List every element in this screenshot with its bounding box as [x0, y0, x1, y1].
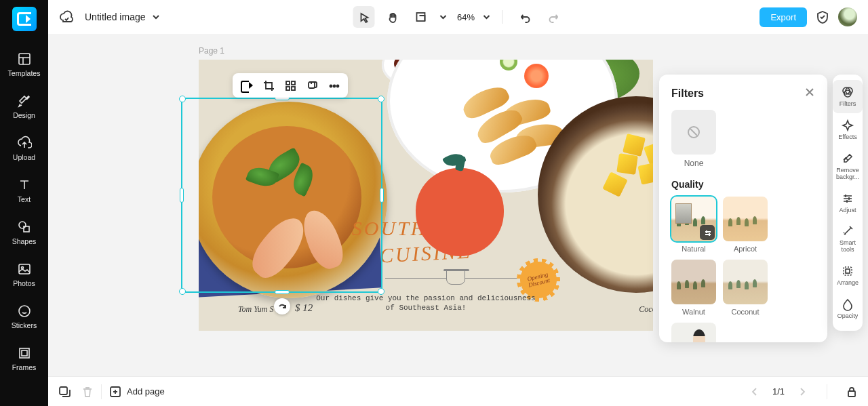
- add-page-icon: [108, 385, 122, 399]
- ctx-crop-button[interactable]: [258, 75, 279, 96]
- filter-light-skin[interactable]: Light Skin: [671, 323, 716, 342]
- delete-icon[interactable]: [81, 385, 94, 399]
- page-navigation: 1/1: [748, 384, 859, 399]
- filter-settings-button[interactable]: [700, 225, 715, 240]
- apple-sticker[interactable]: [416, 168, 504, 256]
- nav-frames-label: Frames: [12, 363, 37, 371]
- cloud-sync-icon[interactable]: [59, 9, 74, 24]
- nav-upload[interactable]: Upload: [0, 127, 48, 169]
- dish-label-coconut: Coconut: [639, 304, 653, 314]
- right-tool-smart[interactable]: Smart tools: [833, 219, 863, 259]
- app-logo[interactable]: [12, 7, 37, 31]
- right-tool-adjust[interactable]: Adjust: [833, 186, 863, 220]
- resize-handle-l[interactable]: [180, 188, 184, 203]
- top-right: Export: [760, 7, 857, 27]
- divider: [502, 10, 502, 24]
- resize-handle-tl[interactable]: [179, 96, 186, 102]
- prev-page-icon[interactable]: [748, 385, 762, 399]
- close-icon: [804, 87, 815, 98]
- effects-icon: [841, 119, 854, 132]
- ctx-copy-button[interactable]: [302, 75, 322, 96]
- undo-icon: [518, 11, 530, 23]
- nav-photos[interactable]: Photos: [0, 253, 48, 296]
- layers-icon[interactable]: [58, 385, 71, 399]
- nav-design-label: Design: [13, 111, 35, 119]
- svg-point-5: [19, 306, 30, 317]
- photos-icon: [17, 262, 32, 277]
- nav-text[interactable]: Text: [0, 169, 48, 211]
- adjust-icon: [841, 192, 854, 205]
- user-avatar[interactable]: [838, 7, 857, 26]
- resize-handle-br[interactable]: [378, 288, 384, 295]
- redo-icon: [547, 11, 559, 23]
- nav-stickers[interactable]: Stickers: [0, 296, 48, 338]
- filters-panel: Filters None Quality Natural Apricot Wal…: [659, 75, 827, 342]
- selection-box[interactable]: [181, 98, 382, 293]
- rotate-handle[interactable]: [274, 298, 290, 314]
- cursor-icon: [357, 11, 370, 23]
- close-filters-button[interactable]: [804, 87, 815, 100]
- undo-button[interactable]: [513, 6, 535, 28]
- nav-templates[interactable]: Templates: [0, 43, 48, 85]
- no-filter-icon: [687, 125, 701, 139]
- nav-shapes[interactable]: Shapes: [0, 211, 48, 253]
- filter-walnut[interactable]: Walnut: [671, 260, 716, 316]
- ctx-flip-button[interactable]: [280, 75, 300, 96]
- hand-icon: [386, 11, 398, 23]
- hand-tool[interactable]: [381, 6, 403, 28]
- nav-frames[interactable]: Frames: [0, 338, 48, 380]
- bottom-bar: Add page 1/1: [48, 376, 868, 406]
- filter-coconut-f[interactable]: Coconut: [723, 260, 768, 316]
- nav-design[interactable]: Design: [0, 85, 48, 127]
- filter-none[interactable]: [671, 110, 716, 155]
- zoom-level[interactable]: 64%: [457, 12, 475, 22]
- text-icon: [17, 178, 32, 192]
- filter-apricot[interactable]: Apricot: [723, 197, 768, 253]
- add-page-button[interactable]: Add page: [108, 385, 165, 399]
- ctx-capcut-button[interactable]: [237, 75, 257, 96]
- crop-resize-tool[interactable]: [410, 6, 431, 28]
- ctx-more-button[interactable]: [323, 75, 344, 96]
- right-tool-effects[interactable]: Effects: [833, 113, 863, 146]
- remove-bg-icon: [841, 152, 854, 165]
- svg-rect-23: [60, 387, 67, 394]
- resize-handle-tr[interactable]: [378, 96, 384, 102]
- right-tool-strip: Filters Effects Remove backgr... Adjust …: [833, 75, 863, 331]
- top-bar: Untitled image 64% Export: [48, 0, 868, 34]
- svg-rect-3: [19, 264, 30, 274]
- canvas-area[interactable]: Page 1 8 SOUTH ASIAN CUISINE OpeningDisc…: [48, 34, 868, 376]
- right-tool-arrange[interactable]: Arrange: [833, 259, 863, 292]
- shield-icon[interactable]: [815, 9, 830, 24]
- tomato-rose: [524, 64, 549, 88]
- left-sidebar: Templates Design Upload Text Shapes Phot…: [0, 0, 48, 406]
- flip-icon: [284, 79, 296, 92]
- chevron-down-icon[interactable]: [481, 12, 491, 22]
- resize-handle-b[interactable]: [275, 290, 290, 294]
- stickers-icon: [17, 304, 32, 319]
- resize-handle-bl[interactable]: [179, 288, 186, 295]
- right-tool-remove-bg[interactable]: Remove backgr...: [833, 146, 863, 186]
- templates-icon: [17, 52, 32, 66]
- redo-button[interactable]: [542, 6, 564, 28]
- filters-panel-title: Filters: [671, 87, 704, 100]
- right-tool-filters[interactable]: Filters: [833, 80, 863, 113]
- chevron-down-icon[interactable]: [438, 12, 448, 22]
- next-page-icon[interactable]: [795, 385, 809, 399]
- resize-handle-r[interactable]: [380, 188, 384, 203]
- svg-rect-21: [844, 267, 852, 275]
- smart-tools-icon: [841, 224, 854, 238]
- lock-icon[interactable]: [845, 385, 859, 399]
- select-tool[interactable]: [353, 6, 374, 28]
- filter-natural[interactable]: Natural: [671, 197, 716, 253]
- document-title-dropdown[interactable]: Untitled image: [85, 12, 161, 22]
- price-tom-yum: $ 12: [295, 302, 313, 314]
- svg-point-14: [330, 85, 332, 87]
- crop-icon: [262, 79, 275, 92]
- export-button[interactable]: Export: [760, 7, 807, 27]
- svg-point-15: [334, 85, 336, 87]
- svg-rect-12: [292, 87, 295, 90]
- right-tool-opacity[interactable]: Opacity: [833, 292, 863, 325]
- sliders-icon: [703, 228, 712, 237]
- divider: [101, 384, 102, 399]
- divider: [827, 384, 827, 399]
